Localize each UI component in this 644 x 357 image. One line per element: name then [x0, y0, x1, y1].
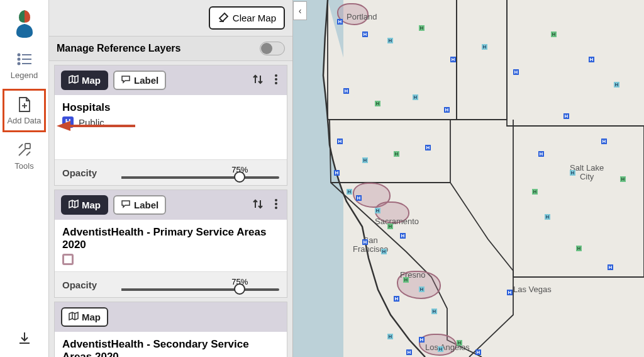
nav-add-data[interactable]: Add Data — [3, 89, 46, 132]
layer-card: Map Label AdventistHealth - Primary Serv… — [54, 190, 287, 298]
svg-line-10 — [19, 144, 23, 148]
svg-point-20 — [275, 78, 277, 81]
opacity-slider[interactable]: 75% — [121, 166, 279, 179]
city-label-portland: Portland — [347, 13, 377, 21]
layer-title: AdventistHealth - Secondary Service Area… — [62, 338, 279, 357]
city-label-los-angeles: Los Angeles — [425, 343, 470, 352]
svg-line-11 — [26, 152, 30, 156]
svg-rect-9 — [25, 144, 30, 149]
map-chip[interactable]: Map — [61, 307, 108, 327]
map-chip-label: Map — [82, 200, 101, 210]
nav-legend[interactable]: Legend — [0, 44, 48, 86]
layer-swatch — [62, 254, 74, 265]
opacity-row: Opacity 75% — [55, 271, 287, 297]
svg-point-2 — [18, 59, 19, 60]
opacity-label: Opacity — [62, 280, 113, 290]
svg-point-28 — [275, 207, 277, 209]
label-chip-label: Label — [134, 200, 158, 210]
nav-legend-label: Legend — [11, 71, 38, 80]
svg-point-4 — [18, 63, 19, 65]
app-logo — [9, 8, 40, 39]
label-chip-label: Label — [134, 75, 158, 86]
nav-add-data-label: Add Data — [7, 116, 41, 125]
city-label-sacramento: Sacramento — [375, 217, 419, 226]
layer-sub: H Public — [62, 116, 279, 128]
sort-icon[interactable] — [249, 72, 267, 89]
svg-point-0 — [18, 54, 19, 56]
opacity-row: Opacity 75% — [55, 159, 287, 185]
tools-icon — [16, 141, 33, 159]
layer-body: AdventistHealth - Secondary Service Area… — [55, 332, 287, 357]
svg-line-8 — [19, 149, 26, 156]
nav-tools-label: Tools — [14, 161, 33, 171]
download-button[interactable] — [17, 322, 32, 357]
panel-title: Manage Reference Layers — [57, 43, 180, 54]
layer-toolbar: Map — [55, 302, 287, 332]
list-icon — [16, 50, 33, 68]
more-icon[interactable] — [272, 72, 280, 89]
label-chip[interactable]: Label — [113, 71, 166, 90]
eraser-icon — [218, 11, 229, 25]
map-icon — [69, 312, 79, 322]
map-icon — [69, 200, 79, 210]
map-chip-label: Map — [82, 75, 101, 86]
chat-icon — [121, 75, 131, 86]
map-area[interactable]: ‹ Portland Salt Lake City Sacramento San… — [293, 0, 644, 357]
label-chip[interactable]: Label — [113, 195, 166, 215]
city-label-las-vegas: Las Vegas — [513, 285, 552, 294]
nav-rail: Legend Add Data Tools — [0, 0, 49, 357]
layer-card: Map AdventistHealth - Secondary Service … — [54, 302, 287, 357]
layer-body: Hospitals H Public — [55, 95, 287, 134]
clear-map-label: Clear Map — [233, 13, 276, 23]
add-file-icon — [16, 96, 33, 113]
sort-icon[interactable] — [249, 197, 267, 213]
svg-point-27 — [275, 203, 277, 205]
layer-swatch: H — [62, 116, 74, 128]
layer-sub-label: Public — [79, 117, 104, 128]
layer-toolbar: Map Label — [55, 190, 287, 220]
layer-title: Hospitals — [62, 101, 279, 114]
svg-point-26 — [275, 199, 277, 201]
more-icon[interactable] — [272, 197, 280, 213]
panel-collapse-handle[interactable]: ‹ — [293, 1, 307, 20]
layer-title: AdventistHealth - Primary Service Areas … — [62, 226, 279, 251]
opacity-label: Opacity — [62, 167, 113, 178]
panel-top-bar: Clear Map — [49, 0, 292, 37]
panel-header: Manage Reference Layers — [49, 37, 292, 61]
clear-map-button[interactable]: Clear Map — [209, 6, 285, 30]
svg-point-21 — [275, 82, 277, 84]
map-icon — [69, 75, 79, 86]
opacity-slider[interactable]: 75% — [121, 278, 279, 291]
layer-card: Map Label Hospitals H Public Opacity 75% — [54, 65, 287, 186]
side-panel: Clear Map Manage Reference Layers Map La… — [49, 0, 293, 357]
layer-body: AdventistHealth - Primary Service Areas … — [55, 220, 287, 271]
layer-toolbar: Map Label — [55, 65, 287, 95]
layer-sub — [62, 254, 279, 265]
svg-point-19 — [275, 74, 277, 77]
map-chip-label: Map — [82, 312, 101, 322]
nav-tools[interactable]: Tools — [0, 135, 48, 177]
chat-icon — [121, 200, 131, 210]
layers-toggle[interactable] — [260, 42, 285, 55]
map-chip[interactable]: Map — [61, 195, 108, 215]
map-chip[interactable]: Map — [61, 71, 108, 90]
